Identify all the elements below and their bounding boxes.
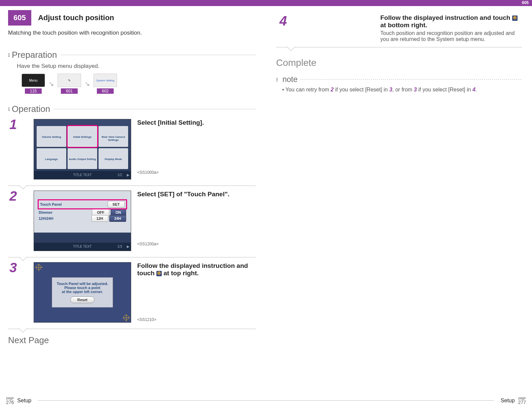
prep-item-602: System Setting 602: [93, 74, 117, 94]
prep-ref-115: 115: [25, 88, 42, 94]
dialog-line3: at the upper left corner.: [57, 290, 108, 294]
step-1: 1 Volume Setting Initial Settings Rear V…: [8, 119, 256, 186]
prep-item-601: ✎ 601: [58, 74, 81, 94]
button-24h: 24H: [109, 215, 126, 222]
heading-decor-icon: [8, 53, 10, 57]
target-top-left-icon: [36, 264, 41, 270]
step-4-sub: Touch position and recognition position …: [380, 30, 522, 42]
step-3-text: Follow the displayed instruction and tou…: [137, 262, 256, 323]
screenshot-page: 1/2: [117, 171, 122, 179]
note-ref-2: 2: [331, 87, 334, 92]
screenshot-code: <SS1210>: [137, 317, 256, 322]
screenshot-code: <SS1200a>: [137, 242, 256, 246]
arrow-icon: ↘: [84, 80, 90, 88]
screenshot-ss1000a: Volume Setting Initial Settings Rear Vie…: [34, 119, 131, 179]
heading-decor-icon: [276, 78, 278, 81]
step-4-title-a: Follow the displayed instruction and tou…: [380, 14, 512, 21]
right-column: 4 Follow the displayed instruction and t…: [266, 6, 532, 394]
note-prefix: • You can retry from: [282, 87, 331, 92]
prep-ref-602: 602: [97, 88, 114, 94]
page-header: 605 Adjust touch position: [8, 10, 256, 26]
tile-display-mode: Display Mode: [99, 148, 128, 169]
page-label-left: page 276: [6, 397, 14, 405]
screenshot-ss1200a: Touch Panel SET Dimmer OFF ON: [34, 191, 131, 251]
label-12h24h: 12H/24H: [39, 216, 53, 220]
step-4-text: Follow the displayed instruction and tou…: [380, 14, 522, 42]
adjust-dialog: Touch Panel will be adjusted. Please tou…: [52, 277, 113, 308]
arrow-icon: ↘: [48, 80, 54, 88]
page-label-right: page 277: [518, 397, 526, 405]
dialog-line1: Touch Panel will be adjusted.: [57, 282, 108, 286]
screenshot-footer: TITLE TEXT 1/2 ▶: [34, 171, 131, 179]
heading-rule: [300, 79, 522, 80]
button-set: SET: [108, 201, 125, 208]
page-title: Adjust touch position: [38, 13, 114, 22]
label-dimmer: Dimmer: [39, 210, 52, 214]
row-12h24h: 12H/24H 12H 24H: [39, 216, 126, 220]
footer-section-right: Setup: [501, 398, 515, 404]
dialog-line2: Please touch a point: [57, 286, 108, 290]
page-columns: 605 Adjust touch position Matching the t…: [0, 6, 532, 394]
note-t1: if you select [Reset] in: [334, 87, 389, 92]
heading-rule: [60, 55, 256, 55]
label-touch-panel: Touch Panel: [40, 202, 62, 206]
footer-section-left: Setup: [17, 398, 31, 404]
top-bar: 605: [0, 0, 532, 6]
note-ref-4: 4: [472, 87, 476, 92]
step-number: 2: [9, 189, 17, 204]
pager-arrow-icon: ▶: [127, 171, 129, 179]
preparation-heading-text: Preparation: [12, 50, 57, 60]
step-1-title: Select [Initial Setting].: [137, 119, 256, 126]
menu-button-image: Menu: [22, 74, 45, 87]
button-12h: 12H: [91, 215, 108, 222]
tile-initial-settings: Initial Settings: [68, 126, 97, 147]
step-3: 3 Touch Panel will be adjusted. Please t…: [8, 262, 256, 329]
screenshot-title-text: TITLE TEXT: [73, 245, 91, 248]
step-1-text: Select [Initial Setting]. <SS1000a>: [137, 119, 256, 179]
heading-rule: [53, 109, 256, 110]
target-bottom-right-icon: [123, 315, 129, 320]
note-body: • You can retry from 2 if you select [Re…: [282, 87, 522, 93]
note-t3: if you select [Reset] in: [417, 87, 472, 92]
note-t2: , or from: [392, 87, 414, 92]
step-number: 4: [279, 13, 287, 29]
step-3-title-b: at top right.: [162, 270, 199, 277]
reset-button: Reset: [70, 296, 94, 303]
step-4: 4 Follow the displayed instruction and t…: [276, 14, 522, 47]
system-setting-image: System Setting: [93, 74, 117, 87]
section-number-badge: 605: [8, 10, 31, 26]
step-3-screenshot-wrap: Touch Panel will be adjusted. Please tou…: [34, 262, 131, 323]
step-4-title-b: at bottom right.: [380, 22, 427, 29]
note-ref-3a: 3: [389, 87, 392, 92]
page-number-left: 276: [6, 400, 14, 405]
operation-heading-text: Operation: [12, 104, 50, 114]
page-footer: page 276 Setup Setup page 277: [0, 394, 532, 407]
step-3-title: Follow the displayed instruction and tou…: [137, 262, 256, 277]
button-off: OFF: [92, 209, 109, 216]
screenshot-footer: TITLE TEXT 1/3 ▶: [34, 243, 131, 251]
tile-rear-view-camera: Rear View Camera Settings: [99, 126, 128, 147]
footer-rule: [38, 400, 494, 401]
step-number: 3: [9, 260, 17, 275]
step-2-text: Select [SET] of "Touch Panel". <SS1200a>: [137, 191, 256, 251]
heading-decor-icon: [8, 108, 10, 111]
complete-label: Complete: [276, 57, 522, 68]
tile-volume-setting: Volume Setting: [37, 126, 66, 147]
row-dimmer: Dimmer OFF ON: [39, 210, 126, 214]
left-column: 605 Adjust touch position Matching the t…: [0, 6, 266, 394]
step-4-title: Follow the displayed instruction and tou…: [380, 14, 522, 29]
pager-arrow-icon: ▶: [127, 243, 129, 251]
screenshot-title-text: TITLE TEXT: [73, 173, 91, 177]
note-heading: note: [276, 75, 522, 84]
next-page-label: Next Page: [8, 335, 256, 345]
step-1-screenshot-wrap: Volume Setting Initial Settings Rear Vie…: [34, 119, 131, 179]
step-2-screenshot-wrap: Touch Panel SET Dimmer OFF ON: [34, 191, 131, 251]
page-number-right: 277: [518, 400, 526, 405]
preparation-instruction: Have the Setup menu displayed.: [17, 63, 256, 70]
tile-audio-output: Audio Output Setting: [68, 148, 97, 169]
note-t4: .: [476, 87, 477, 92]
prep-image-601: ✎: [58, 74, 81, 87]
intro-text: Matching the touch position with recogni…: [8, 30, 256, 36]
prep-item-menu: Menu 115: [22, 74, 45, 94]
screenshot-code: <SS1000a>: [137, 170, 256, 175]
